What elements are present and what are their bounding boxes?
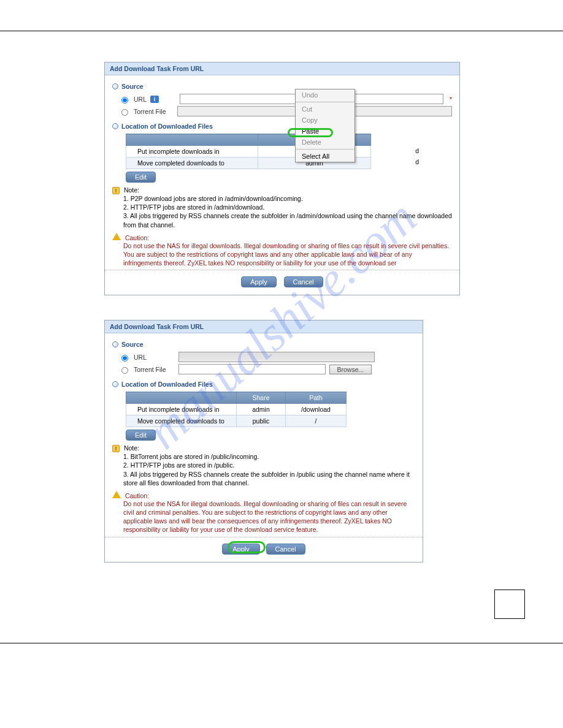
context-menu-item-delete[interactable]: Delete [296,137,354,148]
note-text: 1. P2P download jobs are stored in /admi… [123,194,452,229]
location-heading: Location of Downloaded Files [121,381,213,388]
torrent-radio[interactable] [121,109,128,116]
apply-button[interactable]: Apply [241,276,277,287]
row-label: Put incomplete downloads in [126,146,258,157]
note-label: Note: [124,444,139,452]
highlight-circle-paste [288,128,333,137]
torrent-input[interactable] [178,364,326,374]
location-table: Share Path Put incomplete downloads in a… [126,392,347,427]
path-tail: d [415,158,419,165]
note-label: Note: [124,186,139,194]
note-icon: ! [112,445,120,452]
source-heading: Source [121,341,144,348]
note-icon: ! [112,187,120,194]
url-radio[interactable] [121,97,128,104]
section-bullet-icon [112,381,118,387]
section-bullet-icon [112,83,118,89]
page-number-box [494,590,525,619]
dialog-add-task-2: Add Download Task From URL Source URL To… [104,320,423,562]
dialog-add-task-1: Add Download Task From URL Source URL i … [104,62,460,295]
edit-button[interactable]: Edit [126,172,156,183]
caution-text: Do not use the NAS for illegal downloads… [123,241,452,268]
torrent-label: Torrent File [134,108,166,115]
th-path: Path [286,392,347,404]
section-location: Location of Downloaded Files [112,381,415,388]
row-label: Put incomplete downloads in [126,404,237,415]
url-label: URL [134,354,147,361]
location-heading: Location of Downloaded Files [121,123,213,130]
source-heading: Source [121,83,144,90]
torrent-label: Torrent File [134,366,166,373]
th-blank [126,392,237,404]
th-blank [126,134,258,146]
row-share: public [237,415,286,427]
url-input[interactable] [178,352,375,362]
path-tail: d [415,147,419,154]
row-path: / [286,415,347,427]
section-bullet-icon [112,341,118,347]
edit-button[interactable]: Edit [126,430,156,441]
caution-label: Caution: [125,234,149,241]
cancel-button[interactable]: Cancel [266,544,305,555]
url-label: URL [134,96,147,103]
url-radio[interactable] [121,355,128,362]
context-menu-item-undo[interactable]: Undo [296,89,354,100]
dialog-title: Add Download Task From URL [105,63,459,75]
row-path: /download [286,404,347,415]
context-menu-item-selectall[interactable]: Select All [296,151,354,162]
torrent-radio[interactable] [121,367,128,374]
row-share: admin [237,404,286,415]
context-menu-item-cut[interactable]: Cut [296,104,354,115]
cancel-button[interactable]: Cancel [284,276,323,287]
caution-label: Caution: [125,492,149,499]
context-menu: Undo Cut Copy Paste Delete Select All [295,89,355,162]
section-source: Source [112,341,415,348]
dialog-title: Add Download Task From URL [105,320,423,333]
warning-icon [112,233,121,240]
warning-icon [112,491,121,498]
section-source: Source [112,83,452,90]
browse-button[interactable]: Browse... [329,365,372,374]
info-icon[interactable]: i [150,96,159,103]
context-menu-item-copy[interactable]: Copy [296,115,354,126]
row-label: Move completed downloads to [126,157,258,169]
note-text: 1. BitTorrent jobs are stored in /public… [123,452,415,487]
required-asterisk: * [450,96,452,103]
th-share: Share [237,392,286,404]
row-label: Move completed downloads to [126,415,237,427]
highlight-circle-apply [228,541,266,553]
caution-text: Do not use the NSA for illegal downloads… [123,499,415,534]
section-bullet-icon [112,123,118,129]
section-location: Location of Downloaded Files [112,123,452,130]
